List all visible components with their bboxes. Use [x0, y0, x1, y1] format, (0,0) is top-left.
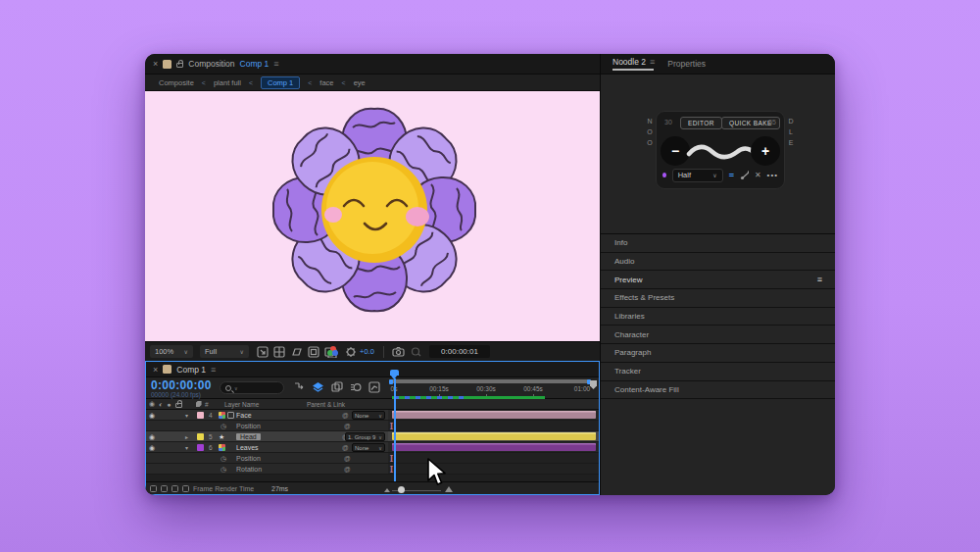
panel-item-audio[interactable]: Audio	[601, 253, 835, 272]
pickwhip-icon[interactable]: @	[342, 412, 349, 419]
panel-item-preview[interactable]: Preview≡	[601, 271, 835, 289]
panel-item-character[interactable]: Character	[601, 326, 835, 344]
layer-name[interactable]: Leaves	[236, 444, 259, 451]
guides-safe-areas-icon[interactable]	[308, 346, 319, 358]
pickwhip-icon[interactable]: @	[342, 444, 349, 451]
half-dropdown[interactable]: Half∨	[672, 169, 723, 182]
parent-dropdown[interactable]: None∨	[352, 411, 385, 420]
parent-link-column[interactable]: Parent & Link	[307, 401, 345, 408]
pickwhip-icon[interactable]: @	[344, 466, 351, 473]
visibility-eye-icon[interactable]: ◉	[149, 433, 155, 441]
current-timecode[interactable]: 0:00:00:00	[151, 378, 212, 392]
layer-duration-bar[interactable]	[392, 443, 596, 451]
keyframe-marks[interactable]: ][	[390, 454, 392, 462]
panel-menu-icon[interactable]: ≡	[650, 57, 654, 67]
snapshot-camera-icon[interactable]	[392, 346, 405, 357]
viewer-comp-name[interactable]: Comp 1	[240, 59, 270, 69]
channel-color-icon[interactable]	[327, 346, 338, 357]
show-snapshot-icon[interactable]	[410, 346, 421, 357]
exposure-gear-icon[interactable]	[345, 346, 357, 358]
property-row-rotation[interactable]: ◷ Rotation @ ][	[146, 464, 599, 475]
breadcrumb-item-active[interactable]: Comp 1	[261, 76, 300, 89]
property-row-position[interactable]: ◷ Position @ ][	[146, 453, 599, 464]
composition-mini-flowchart-icon[interactable]	[293, 381, 305, 393]
layer-duration-bar[interactable]	[392, 411, 596, 419]
pickwhip-icon[interactable]: @	[344, 455, 351, 462]
parent-dropdown[interactable]: None∨	[352, 443, 385, 452]
playhead-handle[interactable]	[390, 370, 399, 378]
visibility-eye-icon[interactable]: ◉	[149, 412, 155, 420]
toggle-pane-icon[interactable]	[161, 485, 168, 492]
preview-timecode[interactable]: 0:00:00:01	[429, 345, 490, 358]
property-name[interactable]: Rotation	[236, 466, 262, 473]
magnification-dropdown[interactable]: 100%∨	[150, 345, 193, 358]
composition-canvas[interactable]	[145, 91, 600, 341]
resolution-dropdown[interactable]: Full∨	[200, 345, 249, 358]
graph-editor-icon[interactable]	[368, 381, 380, 393]
exposure-value[interactable]: +0.0	[360, 347, 374, 356]
work-area-bar[interactable]	[390, 379, 590, 383]
panel-menu-icon[interactable]: ≡	[211, 365, 215, 375]
property-name[interactable]: Position	[236, 455, 261, 462]
zoom-slider-knob[interactable]	[398, 486, 405, 493]
close-icon[interactable]: ×	[153, 59, 158, 69]
panel-item-libraries[interactable]: Libraries	[601, 308, 835, 326]
layer-duration-bar[interactable]	[392, 432, 596, 440]
pickwhip-icon[interactable]: @	[344, 423, 351, 429]
selection-preview-icon[interactable]	[257, 346, 269, 358]
panel-menu-icon[interactable]: ≡	[817, 275, 821, 284]
toggle-pane-icon[interactable]	[172, 485, 178, 492]
panel-menu-icon[interactable]: ≡	[273, 59, 277, 69]
frame-blending-icon[interactable]	[331, 381, 343, 393]
shy-layer-icon[interactable]	[227, 412, 234, 419]
breadcrumb-item[interactable]: plant full	[214, 78, 241, 87]
panel-item-content-aware-fill[interactable]: Content-Aware Fill	[601, 381, 835, 400]
expand-arrow-icon[interactable]: ▾	[185, 444, 188, 451]
layer-row-face[interactable]: ◉ ▾ 4 Face @ None∨	[146, 410, 599, 421]
breadcrumb-item[interactable]: face	[319, 78, 333, 87]
increase-button[interactable]: +	[751, 136, 780, 166]
motion-blur-icon[interactable]	[350, 381, 362, 393]
editor-button[interactable]: EDITOR	[680, 117, 722, 129]
panel-item-paragraph[interactable]: Paragraph	[601, 344, 835, 363]
tab-noodle[interactable]: Noodle 2≡	[612, 57, 654, 71]
layer-color-label[interactable]	[197, 412, 204, 419]
toggle-pane-icon[interactable]	[182, 485, 189, 492]
zoom-out-icon[interactable]	[384, 488, 390, 492]
layer-color-label[interactable]	[197, 444, 204, 451]
layer-name[interactable]: Face	[236, 412, 252, 419]
expand-arrow-icon[interactable]: ▾	[185, 412, 188, 419]
stopwatch-icon[interactable]: ◷	[220, 423, 226, 430]
property-row-position[interactable]: ◷ Position @ ][	[146, 421, 599, 431]
parent-dropdown[interactable]: 1. Group 9∨	[345, 432, 385, 441]
layer-name-column[interactable]: Layer Name	[224, 401, 259, 408]
panel-item-info[interactable]: Info	[601, 234, 835, 253]
viewer-panel-title[interactable]: Composition	[188, 59, 234, 69]
expand-arrow-icon[interactable]: ▸	[185, 433, 188, 440]
keyframe-path-icon[interactable]	[740, 170, 749, 180]
stopwatch-icon[interactable]: ◷	[220, 455, 226, 463]
stopwatch-icon[interactable]: ◷	[220, 466, 226, 474]
close-icon[interactable]: ×	[153, 365, 158, 375]
property-name[interactable]: Position	[236, 423, 261, 429]
collapse-transformations-icon[interactable]	[219, 444, 225, 451]
breadcrumb-item[interactable]: Composite	[159, 78, 194, 87]
tab-properties[interactable]: Properties	[667, 59, 706, 71]
breadcrumb-item[interactable]: eye	[354, 78, 366, 87]
layer-name-editing[interactable]: Head	[236, 433, 261, 440]
timeline-search-input[interactable]: ∨	[220, 381, 284, 394]
equalize-icon[interactable]: =	[729, 171, 734, 180]
layer-row-leaves[interactable]: ◉ ▾ 6 Leaves @ None∨	[146, 442, 599, 453]
keyframe-marks[interactable]: ][	[390, 422, 392, 429]
draft-3d-icon[interactable]	[312, 381, 324, 393]
panel-item-tracker[interactable]: Tracker	[601, 363, 835, 381]
timeline-empty-area[interactable]	[146, 475, 599, 481]
collapse-transformations-icon[interactable]	[219, 412, 225, 419]
layer-color-label[interactable]	[197, 433, 204, 440]
more-options-icon[interactable]: •••	[767, 171, 778, 179]
keyframe-marks[interactable]: ][	[390, 465, 392, 473]
viewer-lock-icon[interactable]	[176, 63, 183, 68]
timeline-comp-tab[interactable]: Comp 1	[176, 365, 206, 375]
region-of-interest-icon[interactable]	[290, 346, 303, 358]
panel-item-effects-presets[interactable]: Effects & Presets	[601, 289, 835, 308]
